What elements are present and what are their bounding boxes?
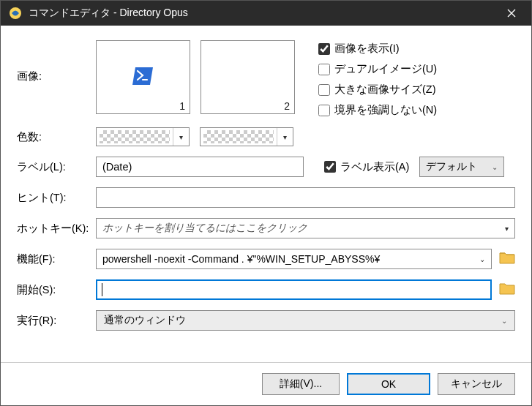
chevron-down-icon: ⌄ — [501, 317, 507, 325]
show-label-checkbox[interactable]: ラベル表示(A) — [324, 160, 409, 174]
image-slot-1[interactable]: 1 — [96, 40, 190, 114]
image-slot-1-number: 1 — [179, 100, 185, 112]
startin-label: 開始(S): — [17, 283, 96, 297]
colors-label: 色数: — [17, 130, 96, 144]
large-image-checkbox[interactable]: 大きな画像サイズ(Z) — [318, 83, 437, 97]
cancel-button[interactable]: キャンセル — [438, 373, 515, 395]
show-image-checkbox[interactable]: 画像を表示(I) — [318, 42, 437, 56]
function-browse-button[interactable] — [499, 250, 515, 268]
chevron-down-icon: ▾ — [173, 128, 189, 146]
label-input[interactable] — [96, 157, 304, 177]
close-icon — [507, 9, 516, 18]
chevron-down-icon: ▾ — [505, 225, 509, 233]
form: 画像: 1 2 画像を表示(I) デュアルイメージ(U) 大きな画像サイズ(Z)… — [1, 26, 531, 362]
folder-icon — [499, 250, 515, 265]
window-title: コマンドエディタ - Directory Opus — [29, 7, 495, 20]
run-select[interactable]: 通常のウィンドウ ⌄ — [96, 310, 515, 331]
bg-color-picker[interactable]: ▾ — [200, 127, 293, 146]
hint-input[interactable] — [96, 187, 515, 208]
function-input[interactable]: powershell -noexit -Command . ¥"%WIN_SET… — [96, 249, 492, 269]
no-border-checkbox[interactable]: 境界を強調しない(N) — [318, 103, 437, 117]
dual-image-checkbox[interactable]: デュアルイメージ(U) — [318, 62, 437, 76]
powershell-icon — [132, 67, 154, 88]
startin-input[interactable] — [96, 279, 492, 300]
chevron-down-icon: ⌄ — [479, 255, 485, 263]
folder-icon — [499, 281, 515, 296]
image-slot-2-number: 2 — [284, 100, 290, 112]
function-label: 機能(F): — [17, 252, 96, 266]
label-label: ラベル(L): — [17, 160, 96, 174]
app-icon — [8, 6, 23, 20]
ok-button[interactable]: OK — [347, 373, 430, 395]
label-color-select[interactable]: デフォルト⌄ — [419, 157, 504, 177]
image-slot-2[interactable]: 2 — [201, 40, 295, 114]
hint-label: ヒント(T): — [17, 191, 96, 205]
hotkey-label: ホットキー(K): — [17, 222, 96, 236]
close-button[interactable] — [495, 1, 528, 26]
startin-browse-button[interactable] — [499, 281, 515, 298]
image-label: 画像: — [17, 40, 96, 83]
chevron-down-icon: ▾ — [277, 128, 293, 146]
chevron-down-icon: ⌄ — [492, 163, 498, 171]
footer: 詳細(V)... OK キャンセル — [1, 362, 531, 405]
advanced-button[interactable]: 詳細(V)... — [262, 373, 340, 395]
run-label: 実行(R): — [17, 314, 96, 328]
titlebar: コマンドエディタ - Directory Opus — [1, 1, 531, 26]
hotkey-field[interactable]: ホットキーを割り当てるにはここをクリック ▾ — [96, 218, 515, 238]
text-color-picker[interactable]: ▾ — [96, 127, 190, 146]
